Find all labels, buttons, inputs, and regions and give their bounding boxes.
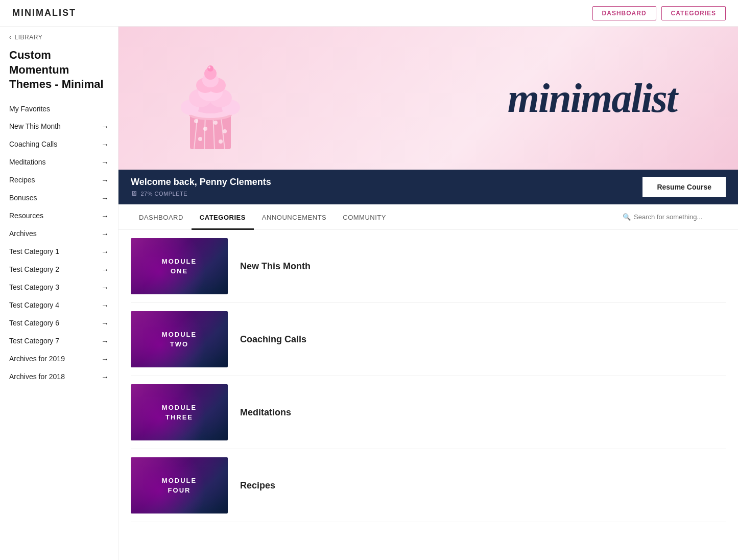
back-arrow-icon: ‹ — [9, 34, 12, 41]
sidebar-item-label: My Favorites — [9, 105, 50, 113]
arrow-icon: → — [101, 372, 109, 381]
sidebar-item[interactable]: Archives→ — [0, 225, 118, 243]
sidebar-item[interactable]: Test Category 3→ — [0, 278, 118, 296]
sidebar-item-label: Meditations — [9, 158, 46, 166]
resume-course-button[interactable]: Resume Course — [642, 177, 726, 197]
sidebar-item-label: Coaching Calls — [9, 140, 57, 148]
sidebar-item[interactable]: New This Month→ — [0, 118, 118, 135]
sidebar-item-label: Archives — [9, 229, 37, 238]
arrow-icon: → — [101, 194, 109, 202]
search-input[interactable] — [634, 213, 726, 221]
categories-button[interactable]: CATEGORIES — [661, 6, 726, 20]
sidebar-course-title: Custom Momentum Themes - Minimal — [0, 44, 118, 100]
sidebar-item-label: Archives for 2018 — [9, 372, 65, 381]
category-name: Recipes — [240, 480, 275, 491]
tabs-bar: DASHBOARDCATEGORIESANNOUNCEMENTSCOMMUNIT… — [118, 204, 738, 230]
arrow-icon: → — [101, 283, 109, 292]
arrow-icon: → — [101, 337, 109, 345]
module-label: MODULETWO — [162, 330, 197, 349]
layout: ‹ LIBRARY Custom Momentum Themes - Minim… — [0, 27, 738, 560]
module-label: MODULEFOUR — [162, 476, 197, 496]
svg-point-23 — [207, 65, 213, 72]
progress-bar-label: 🖥 27% COMPLETE — [131, 190, 271, 197]
top-header: MINIMALIST DASHBOARD CATEGORIES — [0, 0, 738, 27]
category-name: New This Month — [240, 261, 311, 272]
module-background: MODULETWO — [131, 311, 228, 367]
category-item[interactable]: MODULEFOURRecipes — [131, 449, 726, 522]
sidebar-item-label: Bonuses — [9, 194, 37, 202]
arrow-icon: → — [101, 247, 109, 256]
categories-list: MODULEONENew This MonthMODULETWOCoaching… — [118, 230, 738, 522]
arrow-icon: → — [101, 158, 109, 167]
tab-announcements[interactable]: ANNOUNCEMENTS — [254, 204, 335, 230]
category-name: Coaching Calls — [240, 334, 306, 345]
sidebar-item[interactable]: Meditations→ — [0, 153, 118, 171]
module-label: MODULETHREE — [162, 403, 197, 423]
category-thumbnail: MODULETWO — [131, 311, 228, 367]
dashboard-button[interactable]: DASHBOARD — [592, 6, 656, 20]
sidebar-item[interactable]: Test Category 4→ — [0, 296, 118, 314]
svg-point-6 — [203, 127, 207, 131]
category-item[interactable]: MODULEONENew This Month — [131, 230, 726, 303]
sidebar-item[interactable]: Resources→ — [0, 207, 118, 225]
arrow-icon: → — [101, 212, 109, 220]
svg-point-9 — [198, 137, 202, 141]
sidebar-item[interactable]: Bonuses→ — [0, 189, 118, 207]
arrow-icon: → — [101, 355, 109, 363]
sidebar-item-label: Test Category 6 — [9, 319, 59, 327]
svg-point-5 — [194, 119, 198, 123]
sidebar-item-label: Test Category 7 — [9, 337, 59, 345]
main-content: minimalist Welcome back, Penny Clements … — [118, 27, 738, 560]
sidebar-item-label: Test Category 1 — [9, 247, 59, 255]
module-background: MODULETHREE — [131, 384, 228, 440]
sidebar-item[interactable]: Test Category 6→ — [0, 314, 118, 332]
tab-categories[interactable]: CATEGORIES — [192, 204, 254, 230]
arrow-icon: → — [101, 319, 109, 328]
sidebar-item[interactable]: Recipes→ — [0, 171, 118, 189]
category-name: Meditations — [240, 407, 291, 418]
svg-point-24 — [208, 66, 210, 68]
sidebar-item-label: New This Month — [9, 122, 61, 130]
arrow-icon: → — [101, 265, 109, 274]
category-item[interactable]: MODULETHREEMeditations — [131, 376, 726, 449]
sidebar-item[interactable]: Coaching Calls→ — [0, 135, 118, 153]
category-thumbnail: MODULEONE — [131, 238, 228, 294]
category-item[interactable]: MODULETWOCoaching Calls — [131, 303, 726, 376]
sidebar-item[interactable]: Test Category 1→ — [0, 243, 118, 261]
library-label: LIBRARY — [15, 34, 43, 41]
hero-cupcake — [149, 27, 272, 170]
arrow-icon: → — [101, 229, 109, 238]
site-title: MINIMALIST — [12, 8, 76, 18]
sidebar-item[interactable]: My Favorites — [0, 100, 118, 118]
module-background: MODULEONE — [131, 238, 228, 294]
sidebar-item[interactable]: Test Category 2→ — [0, 261, 118, 278]
hero-banner: minimalist — [118, 27, 738, 170]
category-thumbnail: MODULETHREE — [131, 384, 228, 440]
tab-community[interactable]: COMMUNITY — [335, 204, 394, 230]
search-icon: 🔍 — [623, 213, 631, 221]
sidebar-nav: My FavoritesNew This Month→Coaching Call… — [0, 100, 118, 386]
sidebar-item[interactable]: Archives for 2019→ — [0, 350, 118, 368]
module-label: MODULEONE — [162, 256, 197, 276]
sidebar-item[interactable]: Archives for 2018→ — [0, 368, 118, 386]
arrow-icon: → — [101, 140, 109, 149]
category-thumbnail: MODULEFOUR — [131, 457, 228, 514]
sidebar-item-label: Archives for 2019 — [9, 355, 65, 363]
sidebar-item-label: Test Category 3 — [9, 283, 59, 291]
sidebar-item-label: Recipes — [9, 176, 35, 184]
categories-container: MODULEONENew This MonthMODULETWOCoaching… — [131, 230, 726, 522]
sidebar-item[interactable]: Test Category 7→ — [0, 332, 118, 350]
sidebar-item-label: Test Category 2 — [9, 265, 59, 273]
sidebar: ‹ LIBRARY Custom Momentum Themes - Minim… — [0, 27, 118, 560]
progress-text: 27% COMPLETE — [141, 191, 188, 197]
sidebar-item-label: Test Category 4 — [9, 301, 59, 309]
svg-point-8 — [223, 129, 227, 133]
monitor-icon: 🖥 — [131, 190, 138, 197]
header-buttons: DASHBOARD CATEGORIES — [592, 6, 726, 20]
tabs-container: DASHBOARDCATEGORIESANNOUNCEMENTSCOMMUNIT… — [131, 204, 394, 229]
tab-dashboard[interactable]: DASHBOARD — [131, 204, 192, 230]
sidebar-item-label: Resources — [9, 212, 43, 220]
welcome-info: Welcome back, Penny Clements 🖥 27% COMPL… — [131, 177, 271, 197]
back-to-library[interactable]: ‹ LIBRARY — [0, 27, 118, 44]
arrow-icon: → — [101, 176, 109, 184]
